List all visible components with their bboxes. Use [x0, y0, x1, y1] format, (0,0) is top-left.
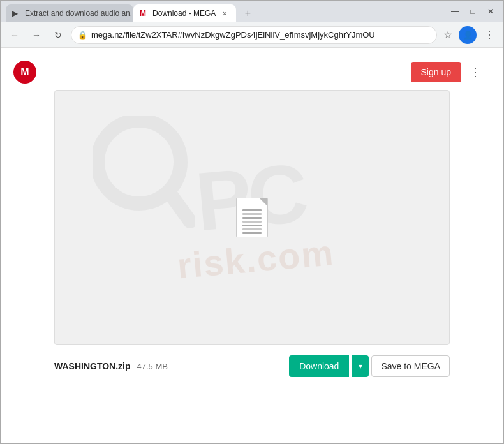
download-button[interactable]: Download: [289, 355, 349, 377]
secure-icon: 🔒: [78, 31, 87, 40]
page-content: M Sign up ⋮ PC risk.com: [1, 48, 503, 443]
tab-2[interactable]: M Download - MEGA ✕: [133, 4, 236, 22]
tab-1[interactable]: ▶ Extract and download audio an... ✕: [6, 4, 133, 22]
close-button[interactable]: ✕: [483, 4, 498, 19]
save-to-mega-button[interactable]: Save to MEGA: [371, 355, 450, 377]
new-tab-button[interactable]: +: [239, 4, 256, 22]
mega-more-menu-button[interactable]: ⋮: [466, 63, 484, 81]
window-controls: — □ ✕: [447, 4, 498, 19]
tab-bar: ▶ Extract and download audio an... ✕ M D…: [6, 1, 445, 22]
title-bar: ▶ Extract and download audio an... ✕ M D…: [1, 1, 503, 22]
tab-2-label: Download - MEGA: [152, 9, 216, 18]
address-bar: ← → ↻ 🔒 mega.nz/file/tZw2XTAR#IwvNzDkgwZ…: [1, 22, 503, 48]
maximize-button[interactable]: □: [465, 4, 480, 19]
profile-button[interactable]: 👤: [459, 26, 477, 44]
browser-menu-button[interactable]: ⋮: [480, 26, 498, 44]
url-text: mega.nz/file/tZw2XTAR#IwvNzDkgwZgPDs4jEl…: [91, 30, 430, 40]
zip-line-1: [242, 209, 262, 211]
watermark-risk: risk.com: [175, 232, 336, 286]
file-size: 47.5 MB: [137, 362, 168, 371]
zip-line-6: [242, 228, 262, 230]
file-name: WASHINGTON.zip: [54, 361, 131, 371]
zip-file-icon: [236, 198, 268, 237]
tab-1-label: Extract and download audio an...: [25, 9, 133, 18]
file-preview-area: PC risk.com: [54, 90, 450, 345]
tab-1-favicon: ▶: [12, 9, 21, 18]
zip-line-7: [242, 232, 262, 234]
zip-line-3: [242, 217, 262, 219]
svg-line-1: [168, 191, 190, 221]
file-info-bar: WASHINGTON.zip 47.5 MB Download ▾ Save t…: [54, 352, 450, 381]
reload-button[interactable]: ↻: [49, 26, 67, 44]
svg-point-0: [98, 121, 181, 204]
zip-line-4: [242, 221, 262, 223]
mega-logo: M: [13, 61, 36, 84]
zip-lines: [242, 209, 262, 234]
browser-window: ▶ Extract and download audio an... ✕ M D…: [0, 0, 504, 444]
forward-button[interactable]: →: [27, 26, 45, 44]
download-dropdown-button[interactable]: ▾: [352, 355, 369, 377]
back-button[interactable]: ←: [6, 26, 24, 44]
bookmark-icon[interactable]: ☆: [441, 26, 455, 43]
mega-header: M Sign up ⋮: [13, 61, 491, 90]
minimize-button[interactable]: —: [447, 4, 463, 19]
tab-2-close[interactable]: ✕: [219, 8, 230, 18]
zip-line-2: [242, 213, 262, 215]
mega-header-right: Sign up ⋮: [411, 62, 484, 82]
watermark-magnifier: [93, 116, 195, 233]
tab-2-favicon: M: [140, 9, 149, 18]
file-actions: Download ▾ Save to MEGA: [289, 355, 450, 377]
url-bar[interactable]: 🔒 mega.nz/file/tZw2XTAR#IwvNzDkgwZgPDs4j…: [71, 26, 437, 44]
file-details: WASHINGTON.zip 47.5 MB: [54, 361, 168, 371]
zip-line-5: [242, 225, 262, 226]
signup-button[interactable]: Sign up: [411, 62, 461, 82]
